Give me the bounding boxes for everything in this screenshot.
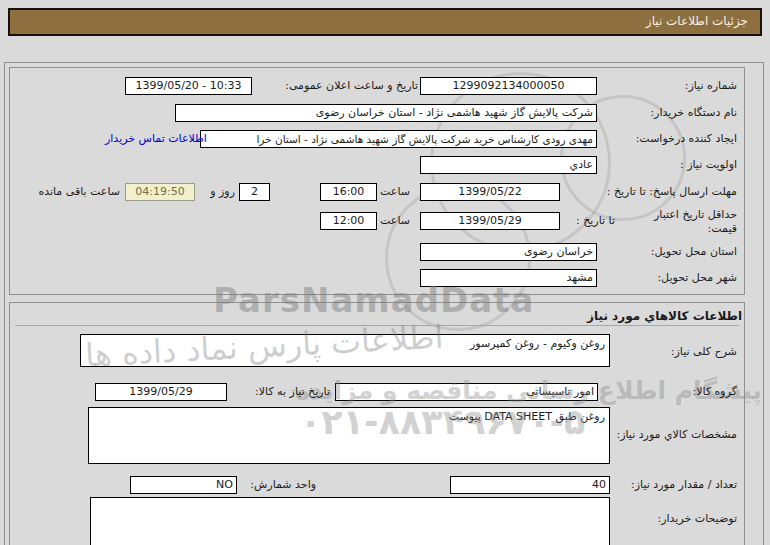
- deadline-date-field[interactable]: 1399/05/22: [420, 183, 560, 201]
- delivery-city-label: شهر محل تحویل:: [657, 271, 737, 284]
- unit-field[interactable]: NO: [130, 476, 237, 494]
- goods-need-date-field[interactable]: 1399/05/29: [95, 383, 227, 401]
- delivery-city-field[interactable]: مشهد: [420, 269, 597, 287]
- delivery-province-field[interactable]: خراسان رضوی: [420, 243, 597, 261]
- validity-date-field[interactable]: 1399/05/29: [420, 212, 560, 230]
- validity-hour-label: ساعت: [380, 214, 410, 227]
- days-and-label: روز و: [210, 185, 235, 198]
- buyer-notes-label: توضیحات خریدار:: [658, 512, 738, 525]
- goods-group-label: گروه كالا:: [693, 385, 737, 398]
- validity-time-field[interactable]: 12:00: [320, 212, 377, 230]
- deadline-hour-label: ساعت: [380, 185, 410, 198]
- goods-specs-field[interactable]: روغن طبق DATA SHEET پیوست: [88, 407, 610, 464]
- response-deadline-label: مهلت ارسال پاسخ: تا تاریخ :: [607, 185, 737, 198]
- priority-field[interactable]: عادي: [420, 156, 597, 174]
- quantity-field[interactable]: 40: [450, 476, 610, 494]
- goods-specs-label: مشخصات كالاي مورد نیاز:: [616, 428, 737, 441]
- hours-remaining-label: ساعت باقی مانده: [38, 185, 120, 198]
- goods-section-title: اطلاعات كالاهاي مورد نياز: [587, 309, 742, 323]
- quantity-label: تعداد / مقدار مورد نیاز:: [631, 478, 737, 491]
- need-number-label: شماره نیاز:: [685, 79, 737, 92]
- general-description-field[interactable]: روغن وکیوم - روغن کمپرسور: [80, 334, 610, 367]
- priority-label: اولویت نیاز :: [680, 158, 737, 171]
- until-date-label: تا تاریخ :: [576, 214, 615, 227]
- delivery-province-label: استان محل تحویل:: [651, 245, 737, 258]
- announce-datetime-label: تاریخ و ساعت اعلان عمومی:: [285, 79, 418, 92]
- buyer-notes-field[interactable]: [90, 497, 610, 545]
- countdown-timer: 04:19:50: [125, 183, 195, 201]
- buyer-org-field[interactable]: شرکت پالایش گاز شهید هاشمی نژاد - استان …: [175, 104, 597, 122]
- price-validity-label-line2: قیمت:: [708, 222, 737, 235]
- page-title: جزئیات اطلاعات نیاز: [8, 8, 762, 36]
- deadline-time-field[interactable]: 16:00: [320, 183, 377, 201]
- remaining-days-field[interactable]: 2: [239, 183, 270, 201]
- request-creator-label: ایجاد کننده درخواست:: [636, 132, 737, 145]
- request-creator-field[interactable]: مهدی رودی کارشناس خرید شرکت پالایش گاز ش…: [200, 130, 597, 148]
- announce-datetime-field[interactable]: 1399/05/20 - 10:33: [125, 77, 252, 95]
- goods-group-field[interactable]: امور تاسیساتی: [335, 383, 598, 401]
- price-validity-label-line1: حداقل تاریخ اعتبار: [654, 208, 737, 221]
- buyer-org-label: نام دستگاه خریدار:: [650, 106, 737, 119]
- need-details-page: جزئیات اطلاعات نیاز شماره نیاز: 12990921…: [0, 0, 770, 545]
- section-divider: [15, 325, 739, 326]
- buyer-contact-link[interactable]: اطلاعات تماس خریدار: [105, 132, 207, 145]
- goods-need-date-label: تاریخ نیاز به کالا:: [255, 385, 330, 398]
- unit-label: واحد شمارش:: [250, 478, 316, 491]
- request-info-panel: [9, 67, 745, 295]
- need-number-field[interactable]: 1299092134000050: [420, 77, 597, 95]
- general-description-label: شرح كلی نیاز:: [671, 345, 737, 358]
